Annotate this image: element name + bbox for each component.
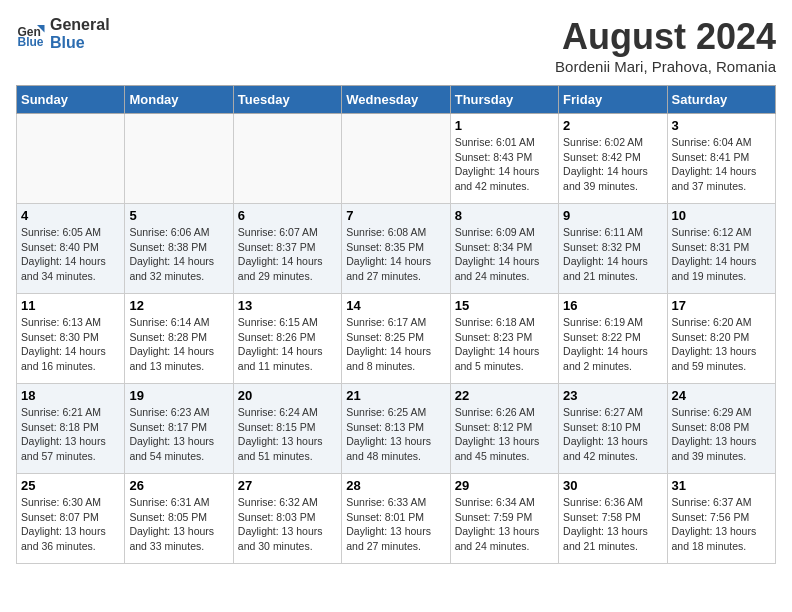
calendar-week-row: 11Sunrise: 6:13 AMSunset: 8:30 PMDayligh… (17, 294, 776, 384)
day-info: Sunrise: 6:19 AMSunset: 8:22 PMDaylight:… (563, 315, 662, 374)
calendar-cell: 22Sunrise: 6:26 AMSunset: 8:12 PMDayligh… (450, 384, 558, 474)
calendar-cell: 29Sunrise: 6:34 AMSunset: 7:59 PMDayligh… (450, 474, 558, 564)
calendar-cell: 2Sunrise: 6:02 AMSunset: 8:42 PMDaylight… (559, 114, 667, 204)
day-info: Sunrise: 6:09 AMSunset: 8:34 PMDaylight:… (455, 225, 554, 284)
day-number: 11 (21, 298, 120, 313)
day-number: 4 (21, 208, 120, 223)
logo: Gen Blue General Blue (16, 16, 110, 52)
calendar-cell (17, 114, 125, 204)
calendar-cell: 26Sunrise: 6:31 AMSunset: 8:05 PMDayligh… (125, 474, 233, 564)
day-info: Sunrise: 6:07 AMSunset: 8:37 PMDaylight:… (238, 225, 337, 284)
day-number: 27 (238, 478, 337, 493)
day-number: 19 (129, 388, 228, 403)
calendar-cell: 6Sunrise: 6:07 AMSunset: 8:37 PMDaylight… (233, 204, 341, 294)
calendar-cell: 17Sunrise: 6:20 AMSunset: 8:20 PMDayligh… (667, 294, 775, 384)
calendar-cell: 24Sunrise: 6:29 AMSunset: 8:08 PMDayligh… (667, 384, 775, 474)
weekday-header: Saturday (667, 86, 775, 114)
calendar-cell (125, 114, 233, 204)
calendar-cell: 5Sunrise: 6:06 AMSunset: 8:38 PMDaylight… (125, 204, 233, 294)
day-number: 23 (563, 388, 662, 403)
day-number: 9 (563, 208, 662, 223)
weekday-header: Wednesday (342, 86, 450, 114)
day-number: 28 (346, 478, 445, 493)
calendar-cell: 16Sunrise: 6:19 AMSunset: 8:22 PMDayligh… (559, 294, 667, 384)
logo-blue: Blue (50, 34, 110, 52)
day-info: Sunrise: 6:17 AMSunset: 8:25 PMDaylight:… (346, 315, 445, 374)
title-area: August 2024 Bordenii Mari, Prahova, Roma… (555, 16, 776, 75)
calendar-cell: 8Sunrise: 6:09 AMSunset: 8:34 PMDaylight… (450, 204, 558, 294)
weekday-header: Sunday (17, 86, 125, 114)
day-number: 18 (21, 388, 120, 403)
day-number: 15 (455, 298, 554, 313)
calendar-cell: 10Sunrise: 6:12 AMSunset: 8:31 PMDayligh… (667, 204, 775, 294)
logo-icon: Gen Blue (16, 19, 46, 49)
day-number: 14 (346, 298, 445, 313)
calendar-cell (233, 114, 341, 204)
calendar-week-row: 4Sunrise: 6:05 AMSunset: 8:40 PMDaylight… (17, 204, 776, 294)
day-info: Sunrise: 6:11 AMSunset: 8:32 PMDaylight:… (563, 225, 662, 284)
calendar-cell: 15Sunrise: 6:18 AMSunset: 8:23 PMDayligh… (450, 294, 558, 384)
day-number: 5 (129, 208, 228, 223)
month-year: August 2024 (555, 16, 776, 58)
day-number: 29 (455, 478, 554, 493)
calendar-cell: 18Sunrise: 6:21 AMSunset: 8:18 PMDayligh… (17, 384, 125, 474)
day-info: Sunrise: 6:29 AMSunset: 8:08 PMDaylight:… (672, 405, 771, 464)
day-number: 20 (238, 388, 337, 403)
day-info: Sunrise: 6:26 AMSunset: 8:12 PMDaylight:… (455, 405, 554, 464)
day-info: Sunrise: 6:13 AMSunset: 8:30 PMDaylight:… (21, 315, 120, 374)
calendar-cell: 4Sunrise: 6:05 AMSunset: 8:40 PMDaylight… (17, 204, 125, 294)
day-info: Sunrise: 6:02 AMSunset: 8:42 PMDaylight:… (563, 135, 662, 194)
day-number: 8 (455, 208, 554, 223)
day-info: Sunrise: 6:31 AMSunset: 8:05 PMDaylight:… (129, 495, 228, 554)
day-number: 10 (672, 208, 771, 223)
weekday-header: Friday (559, 86, 667, 114)
day-number: 2 (563, 118, 662, 133)
calendar-cell: 30Sunrise: 6:36 AMSunset: 7:58 PMDayligh… (559, 474, 667, 564)
header: Gen Blue General Blue August 2024 Borden… (16, 16, 776, 75)
day-info: Sunrise: 6:14 AMSunset: 8:28 PMDaylight:… (129, 315, 228, 374)
calendar-cell: 11Sunrise: 6:13 AMSunset: 8:30 PMDayligh… (17, 294, 125, 384)
calendar-cell: 13Sunrise: 6:15 AMSunset: 8:26 PMDayligh… (233, 294, 341, 384)
day-info: Sunrise: 6:27 AMSunset: 8:10 PMDaylight:… (563, 405, 662, 464)
day-number: 25 (21, 478, 120, 493)
day-number: 17 (672, 298, 771, 313)
header-row: SundayMondayTuesdayWednesdayThursdayFrid… (17, 86, 776, 114)
calendar-cell: 31Sunrise: 6:37 AMSunset: 7:56 PMDayligh… (667, 474, 775, 564)
location: Bordenii Mari, Prahova, Romania (555, 58, 776, 75)
day-info: Sunrise: 6:08 AMSunset: 8:35 PMDaylight:… (346, 225, 445, 284)
day-info: Sunrise: 6:32 AMSunset: 8:03 PMDaylight:… (238, 495, 337, 554)
calendar-table: SundayMondayTuesdayWednesdayThursdayFrid… (16, 85, 776, 564)
day-number: 16 (563, 298, 662, 313)
calendar-cell: 25Sunrise: 6:30 AMSunset: 8:07 PMDayligh… (17, 474, 125, 564)
calendar-cell (342, 114, 450, 204)
calendar-cell: 21Sunrise: 6:25 AMSunset: 8:13 PMDayligh… (342, 384, 450, 474)
day-info: Sunrise: 6:21 AMSunset: 8:18 PMDaylight:… (21, 405, 120, 464)
day-info: Sunrise: 6:23 AMSunset: 8:17 PMDaylight:… (129, 405, 228, 464)
day-info: Sunrise: 6:06 AMSunset: 8:38 PMDaylight:… (129, 225, 228, 284)
day-info: Sunrise: 6:25 AMSunset: 8:13 PMDaylight:… (346, 405, 445, 464)
day-number: 31 (672, 478, 771, 493)
day-info: Sunrise: 6:12 AMSunset: 8:31 PMDaylight:… (672, 225, 771, 284)
day-number: 13 (238, 298, 337, 313)
calendar-week-row: 25Sunrise: 6:30 AMSunset: 8:07 PMDayligh… (17, 474, 776, 564)
calendar-cell: 27Sunrise: 6:32 AMSunset: 8:03 PMDayligh… (233, 474, 341, 564)
day-number: 7 (346, 208, 445, 223)
weekday-header: Tuesday (233, 86, 341, 114)
day-info: Sunrise: 6:36 AMSunset: 7:58 PMDaylight:… (563, 495, 662, 554)
day-info: Sunrise: 6:33 AMSunset: 8:01 PMDaylight:… (346, 495, 445, 554)
day-number: 30 (563, 478, 662, 493)
day-number: 3 (672, 118, 771, 133)
calendar-week-row: 18Sunrise: 6:21 AMSunset: 8:18 PMDayligh… (17, 384, 776, 474)
calendar-cell: 14Sunrise: 6:17 AMSunset: 8:25 PMDayligh… (342, 294, 450, 384)
calendar-cell: 19Sunrise: 6:23 AMSunset: 8:17 PMDayligh… (125, 384, 233, 474)
logo-general: General (50, 16, 110, 34)
day-info: Sunrise: 6:05 AMSunset: 8:40 PMDaylight:… (21, 225, 120, 284)
day-info: Sunrise: 6:37 AMSunset: 7:56 PMDaylight:… (672, 495, 771, 554)
day-number: 22 (455, 388, 554, 403)
day-number: 26 (129, 478, 228, 493)
day-info: Sunrise: 6:24 AMSunset: 8:15 PMDaylight:… (238, 405, 337, 464)
calendar-cell: 28Sunrise: 6:33 AMSunset: 8:01 PMDayligh… (342, 474, 450, 564)
day-info: Sunrise: 6:34 AMSunset: 7:59 PMDaylight:… (455, 495, 554, 554)
weekday-header: Monday (125, 86, 233, 114)
day-info: Sunrise: 6:01 AMSunset: 8:43 PMDaylight:… (455, 135, 554, 194)
